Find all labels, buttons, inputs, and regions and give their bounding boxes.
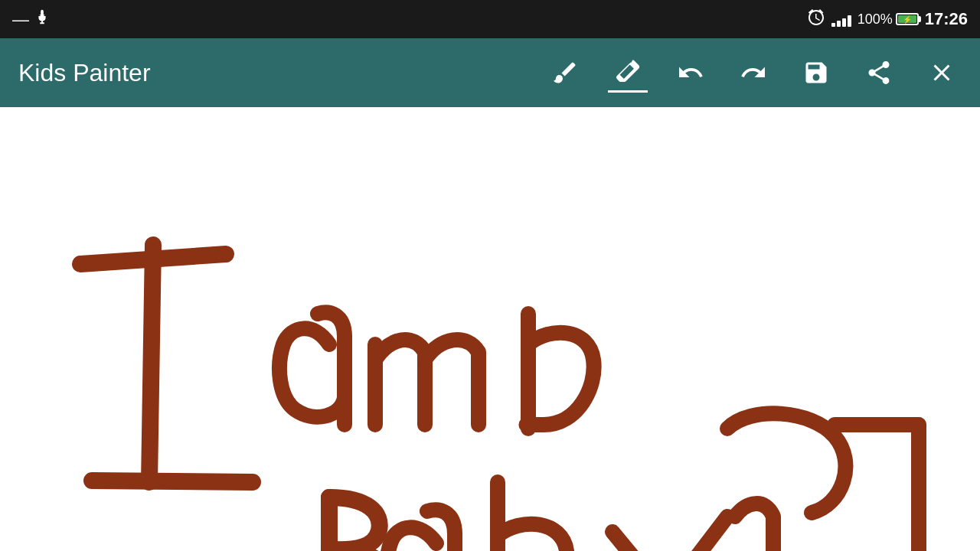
drawing-svg bbox=[0, 107, 980, 551]
save-button[interactable] bbox=[796, 53, 836, 93]
usb-icon: — bbox=[12, 8, 51, 30]
signal-strength bbox=[831, 11, 851, 27]
close-button[interactable] bbox=[922, 53, 962, 93]
undo-button[interactable] bbox=[671, 53, 710, 93]
toolbar-icons bbox=[545, 53, 962, 93]
app-title: Kids Painter bbox=[18, 59, 545, 87]
redo-icon bbox=[740, 59, 767, 86]
eraser-button[interactable] bbox=[608, 53, 648, 93]
alarm-icon bbox=[807, 8, 825, 31]
redo-button[interactable] bbox=[733, 53, 773, 93]
save-icon bbox=[802, 59, 830, 86]
clock: 17:26 bbox=[925, 9, 968, 29]
drawing-canvas[interactable] bbox=[0, 107, 980, 551]
brush-button[interactable] bbox=[545, 53, 585, 93]
undo-icon bbox=[677, 59, 704, 86]
close-icon bbox=[928, 59, 956, 86]
share-button[interactable] bbox=[859, 53, 899, 93]
eraser-icon bbox=[614, 59, 642, 86]
app-toolbar: Kids Painter bbox=[0, 38, 980, 107]
brush-icon bbox=[551, 59, 579, 86]
battery-indicator: 100% ⚡ bbox=[858, 11, 919, 28]
battery-percent: 100% bbox=[858, 11, 893, 28]
status-bar: — 100% ⚡ 17:26 bbox=[0, 0, 980, 38]
share-icon bbox=[865, 59, 893, 86]
